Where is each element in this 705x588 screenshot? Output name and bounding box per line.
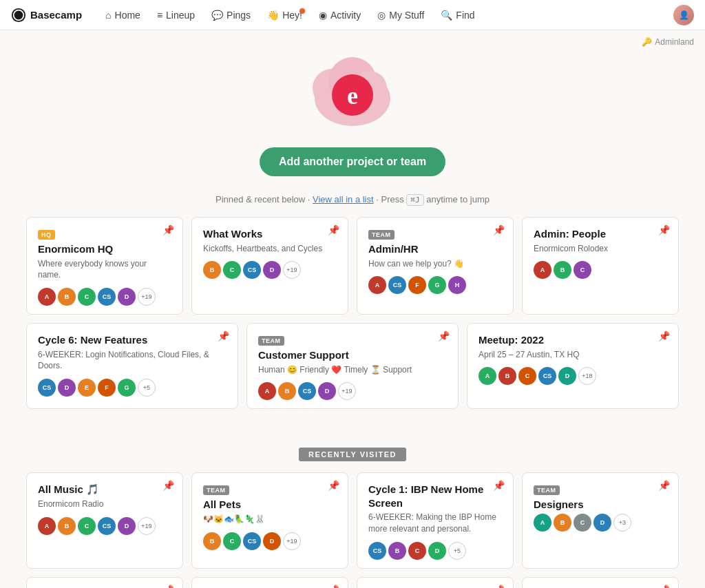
nav-find[interactable]: 🔍 Find	[434, 6, 481, 24]
team-badge: TEAM	[368, 230, 394, 240]
avatar: B	[58, 288, 76, 306]
card-all-pets[interactable]: TEAM 📌 All Pets 🐶🐱🐟🦜🦎🐰 B C CS D +19	[191, 472, 348, 569]
nav-activity[interactable]: ◉ Activity	[312, 6, 368, 24]
card-leadership[interactable]: 📌 Leadership How can we grow as Leaders?…	[357, 577, 514, 588]
activity-icon: ◉	[319, 10, 327, 21]
card-desc: 🐶🐱🐟🦜🦎🐰	[203, 514, 337, 525]
avatar: H	[448, 276, 466, 294]
card-what-works[interactable]: 📌 What Works Kickoffs, Heartbeats, and C…	[191, 217, 348, 315]
team-badge: TEAM	[258, 336, 284, 346]
card-cycle1[interactable]: 📌 Cycle 1: IBP New Home Screen 6-WEEKER:…	[357, 472, 514, 569]
card-customer-support[interactable]: TEAM 📌 Customer Support Human 😊 Friendly…	[246, 323, 459, 409]
pin-icon: 📌	[162, 480, 174, 491]
find-icon: 🔍	[441, 10, 452, 21]
card-desc: Human 😊 Friendly ❤️ Timely ⏳ Support	[258, 364, 447, 376]
nav-pings[interactable]: 💬 Pings	[204, 6, 257, 24]
card-avatars: B C CS D +19	[203, 261, 337, 279]
avatar: C	[223, 261, 241, 279]
pin-icon: 📌	[162, 585, 174, 588]
avatar: B	[554, 514, 571, 532]
avatar: CS	[538, 367, 556, 385]
avatar: A	[534, 514, 551, 532]
pin-icon: 📌	[658, 224, 670, 235]
company-logo: e	[308, 47, 397, 136]
card-designers[interactable]: TEAM 📌 Designers A B C D +3	[522, 472, 679, 569]
pinned-cards-row2: 📌 Cycle 6: New Features 6-WEEKER: Login …	[26, 323, 679, 409]
card-title: All Music 🎵	[38, 483, 171, 496]
pin-icon: 📌	[328, 585, 339, 588]
avatar: A	[368, 276, 386, 294]
mystuff-icon: ◎	[377, 10, 386, 21]
hey-icon: 👋	[267, 10, 279, 21]
card-desc: Kickoffs, Heartbeats, and Cycles	[203, 243, 337, 255]
avatar: D	[318, 382, 336, 400]
avatar: F	[408, 276, 426, 294]
avatar-count: +3	[613, 514, 631, 532]
card-admin-hr[interactable]: TEAM 📌 Admin/HR How can we help you? 👋 A…	[357, 217, 514, 315]
avatar: CS	[298, 382, 316, 400]
card-title: Admin: People	[534, 227, 667, 241]
keyboard-shortcut: ⌘J	[406, 194, 423, 206]
recent-cards-row1: 📌 All Music 🎵 Enormicom Radio A B C CS D…	[26, 472, 679, 569]
card-title: What Works	[203, 227, 337, 241]
lineup-icon: ≡	[157, 10, 162, 21]
avatar: D	[263, 532, 281, 550]
avatar-count: +5	[138, 379, 156, 397]
card-title: Meetup: 2022	[478, 333, 667, 347]
add-project-button[interactable]: Add another project or team	[260, 147, 445, 176]
hero-section: e Add another project or team	[0, 30, 705, 187]
card-cycle6[interactable]: 📌 Cycle 6: New Features 6-WEEKER: Login …	[26, 323, 238, 409]
recently-visited-label: RECENTLY VISITED	[0, 448, 705, 461]
pin-icon: 📌	[218, 330, 229, 342]
avatar-count: +19	[138, 517, 156, 535]
avatar: B	[203, 261, 221, 279]
avatar: C	[223, 532, 241, 550]
nav-hey[interactable]: 👋 Hey!	[260, 6, 309, 24]
card-desc: How can we help you? 👋	[368, 258, 502, 270]
avatar: A	[38, 288, 56, 306]
recent-cards-row2: RECRUITING FOR ENORMICOM 📌 Hiring A B C …	[26, 577, 679, 588]
card-admin-people[interactable]: 📌 Admin: People Enormicom Rolodex A B C	[522, 217, 679, 315]
team-badge: TEAM	[203, 485, 229, 495]
card-incidents-ops[interactable]: 📌 Incidents: Ops A CS B C D +19	[191, 577, 348, 588]
svg-point-2	[14, 10, 23, 19]
home-icon: ⌂	[105, 10, 111, 21]
nav-lineup[interactable]: ≡ Lineup	[150, 6, 202, 24]
card-avatars: A B C D +3	[534, 514, 667, 532]
avatar: A	[38, 517, 56, 535]
nav-home[interactable]: ⌂ Home	[98, 6, 147, 24]
card-enormicom-hq[interactable]: HQ 📌 Enormicom HQ Where everybody knows …	[26, 217, 183, 315]
nav-mystuff[interactable]: ◎ My Stuff	[370, 6, 431, 24]
card-avatars: A B C CS D +19	[38, 517, 171, 535]
pin-icon: 📌	[328, 480, 339, 491]
card-all-music[interactable]: 📌 All Music 🎵 Enormicom Radio A B C CS D…	[26, 472, 183, 569]
avatar: F	[98, 379, 116, 397]
card-title: Cycle 6: New Features	[38, 333, 227, 347]
avatar: CS	[98, 288, 116, 306]
card-logo-art-design[interactable]: GH DESIGNS 📌 Logo Art Design A B C	[522, 577, 679, 588]
card-hiring[interactable]: RECRUITING FOR ENORMICOM 📌 Hiring A B C …	[26, 577, 183, 588]
pinned-hint: Pinned & recent below · View all in a li…	[0, 194, 705, 206]
pin-icon: 📌	[658, 480, 670, 491]
adminland-link[interactable]: 🔑 Adminland	[642, 37, 694, 47]
avatar: C	[78, 517, 96, 535]
avatar-count: +19	[283, 532, 301, 550]
avatar: B	[388, 542, 406, 560]
card-desc: Enormicom Rolodex	[534, 243, 667, 255]
avatar-count: +19	[138, 288, 156, 306]
pin-icon: 📌	[493, 480, 505, 491]
avatar: E	[78, 379, 96, 397]
avatar: CS	[388, 276, 406, 294]
card-meetup-2022[interactable]: 📌 Meetup: 2022 April 25 – 27 Austin, TX …	[467, 323, 679, 409]
recent-section: 📌 All Music 🎵 Enormicom Radio A B C CS D…	[15, 472, 690, 588]
brand-logo[interactable]: Basecamp	[11, 8, 82, 23]
adminland-icon: 🔑	[642, 37, 652, 47]
pin-icon: 📌	[658, 585, 670, 588]
card-avatars: CS B C D +5	[368, 542, 502, 560]
pin-icon: 📌	[493, 585, 505, 588]
avatar: D	[558, 367, 576, 385]
view-all-link[interactable]: View all in a list	[313, 194, 374, 204]
user-avatar[interactable]: 👤	[673, 5, 694, 25]
pinned-section: HQ 📌 Enormicom HQ Where everybody knows …	[15, 217, 690, 434]
avatar-count: +18	[578, 367, 596, 385]
